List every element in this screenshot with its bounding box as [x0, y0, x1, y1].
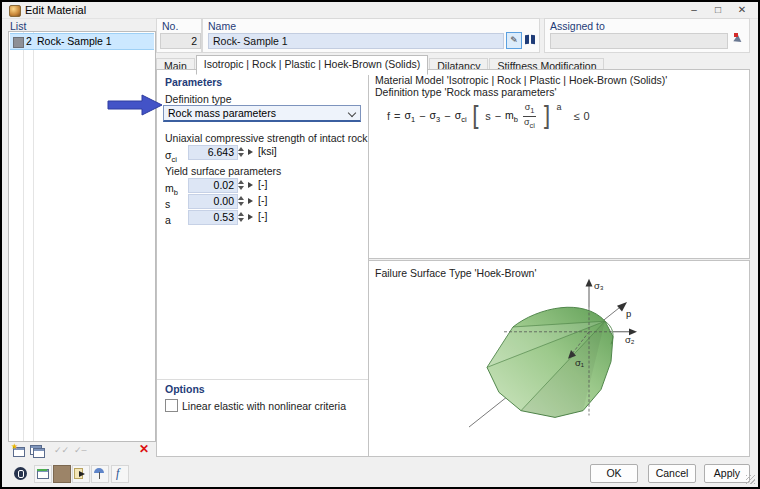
- edit-material-dialog: Edit Material – □ ✕ List 2 Rock- Sample …: [2, 2, 758, 487]
- mb-symbol: mb: [165, 182, 178, 194]
- assigned-to-input[interactable]: [550, 33, 728, 49]
- options-divider: [157, 379, 368, 380]
- ucs-label: Uniaxial compressive strength of intact …: [165, 132, 368, 144]
- definition-type-line: Definition type 'Rock mass parameters': [375, 86, 556, 98]
- spinner-down-icon: [238, 186, 244, 190]
- a-symbol: a: [165, 214, 171, 226]
- ucs-symbol: σci: [165, 149, 177, 161]
- formula-token: mb: [505, 109, 518, 124]
- material-color-swatch: [13, 37, 24, 48]
- material-info-icon[interactable]: [14, 467, 27, 480]
- deselect-all-icon[interactable]: ✓–: [74, 443, 87, 457]
- pick-objects-icon[interactable]: [731, 32, 746, 47]
- spinner-down-icon: [238, 202, 244, 206]
- mb-spinner[interactable]: [237, 178, 245, 192]
- formula-token: s: [485, 110, 491, 122]
- formula-token: =: [394, 110, 400, 122]
- no-field: 2: [160, 33, 201, 49]
- formula-exponent: a: [557, 102, 562, 112]
- annotation-arrow-icon: [106, 94, 164, 116]
- delete-material-icon[interactable]: ✕: [139, 442, 149, 457]
- function-icon[interactable]: f: [111, 465, 129, 483]
- definition-type-label: Definition type: [165, 93, 232, 105]
- library-book-icon[interactable]: [523, 32, 537, 47]
- color-swatch-icon[interactable]: [53, 465, 71, 483]
- axis-label-sigma3: σ₃: [594, 282, 604, 292]
- formula-token: 0: [584, 110, 590, 122]
- mb-input[interactable]: 0.02: [188, 178, 238, 193]
- formula-token: −: [495, 110, 501, 122]
- rendering-icon[interactable]: [91, 465, 109, 483]
- s-input[interactable]: 0.00: [188, 194, 238, 209]
- axis-label-sigma1: σ₁: [575, 359, 584, 369]
- a-input[interactable]: 0.53: [188, 210, 238, 225]
- material-model-info-panel: Material Model 'Isotropic | Rock | Plast…: [368, 69, 750, 259]
- formula-token: σ3: [430, 109, 441, 124]
- assigned-to-card: Assigned to: [544, 18, 750, 53]
- ucs-row: σci 6.643 [ksi]: [165, 145, 360, 160]
- axis-label-p: p: [626, 309, 631, 319]
- name-label: Name: [208, 20, 236, 32]
- rename-icon[interactable]: ✎: [506, 32, 522, 49]
- material-dialog-icon: [9, 5, 21, 17]
- detail-arrow-icon[interactable]: [248, 214, 253, 220]
- axis-label-sigma2: σ₂: [625, 335, 635, 345]
- new-material-icon[interactable]: ★: [11, 444, 26, 457]
- display-settings-icon[interactable]: [34, 465, 52, 483]
- assigned-to-label: Assigned to: [550, 20, 605, 32]
- formula-token: σ1: [405, 109, 416, 124]
- a-spinner[interactable]: [237, 210, 245, 224]
- select-all-icon[interactable]: ✓✓: [54, 443, 69, 457]
- bracket-open: [: [472, 103, 480, 129]
- s-symbol: s: [165, 198, 170, 210]
- failure-surface-panel: Failure Surface Type 'Hoek-Brown': [368, 260, 750, 457]
- linear-elastic-checkbox-label: Linear elastic with nonlinear criteria: [182, 400, 346, 412]
- bracket-close: ]: [542, 103, 550, 129]
- formula-token: −: [419, 110, 425, 122]
- detail-arrow-icon[interactable]: [248, 182, 253, 188]
- name-card: Name Rock- Sample 1 ✎: [202, 18, 540, 53]
- definition-type-dropdown[interactable]: Rock mass parameters: [163, 105, 361, 122]
- list-item-name: Rock- Sample 1: [37, 35, 112, 47]
- linear-elastic-checkbox[interactable]: [165, 399, 178, 412]
- name-input[interactable]: Rock- Sample 1: [208, 33, 504, 49]
- ok-button[interactable]: OK: [590, 464, 638, 483]
- list-item[interactable]: 2 Rock- Sample 1: [10, 33, 154, 50]
- maximize-icon[interactable]: □: [706, 2, 730, 17]
- close-icon[interactable]: ✕: [730, 2, 754, 17]
- list-item-number: 2: [26, 35, 32, 47]
- s-spinner[interactable]: [237, 194, 245, 208]
- resize-grip[interactable]: [746, 475, 755, 484]
- hoek-brown-surface-diagram: σ₃ σ₂ p σ₁: [437, 275, 747, 453]
- no-card: No. 2: [156, 18, 202, 53]
- minimize-icon[interactable]: –: [682, 2, 706, 17]
- list-column-divider: [33, 32, 34, 441]
- formula-token: −: [444, 110, 450, 122]
- mb-unit: [-]: [258, 178, 267, 190]
- options-header: Options: [165, 383, 205, 395]
- ucs-input[interactable]: 6.643: [188, 145, 238, 160]
- a-unit: [-]: [258, 210, 267, 222]
- spinner-up-icon: [238, 180, 244, 184]
- definition-type-value: Rock mass parameters: [168, 107, 276, 119]
- no-label: No.: [162, 20, 178, 32]
- yield-row-a: a 0.53 [-]: [165, 210, 360, 225]
- transfer-icon[interactable]: [72, 465, 90, 483]
- detail-arrow-icon[interactable]: [248, 198, 253, 204]
- spinner-up-icon: [238, 196, 244, 200]
- detail-arrow-icon[interactable]: [248, 149, 253, 155]
- ucs-spinner[interactable]: [237, 145, 245, 159]
- tab-isotropic-rock-plastic-hoek-brown[interactable]: Isotropic | Rock | Plastic | Hoek-Brown …: [196, 55, 429, 75]
- formula-token: f: [387, 110, 390, 122]
- cancel-button[interactable]: Cancel: [648, 464, 696, 483]
- formula-token: ≤: [574, 110, 580, 122]
- list-column-divider: [23, 32, 24, 441]
- apply-button[interactable]: Apply: [704, 464, 750, 483]
- material-list[interactable]: 2 Rock- Sample 1: [8, 31, 156, 442]
- title-bar[interactable]: Edit Material – □ ✕: [2, 2, 758, 19]
- ucs-unit: [ksi]: [258, 145, 277, 157]
- yield-params-label: Yield surface parameters: [165, 165, 281, 177]
- spinner-down-icon: [238, 218, 244, 222]
- dialog-title: Edit Material: [25, 4, 86, 16]
- copy-material-icon[interactable]: [30, 444, 45, 457]
